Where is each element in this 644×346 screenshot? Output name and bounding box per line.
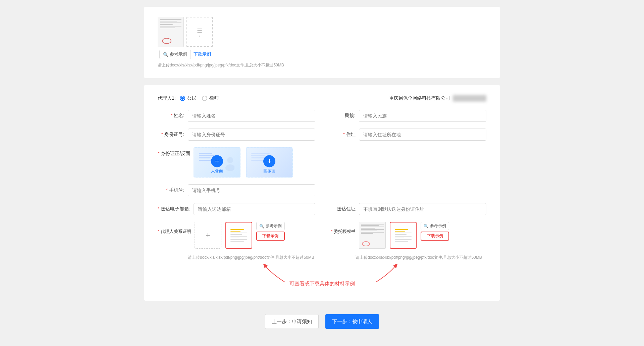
relation-proof-buttons: 🔍 参考示例 下载示例 [256, 222, 285, 241]
radio-citizen-label: 公民 [187, 95, 197, 101]
id-back-upload[interactable]: + 国徽面 [246, 147, 293, 178]
authorization-preview-inner [392, 224, 415, 247]
email-label: 送达电子邮箱: [158, 206, 190, 212]
auth-line-3 [395, 233, 412, 233]
right-arrow [362, 264, 402, 284]
id-card-upload-row: 身份证正/反面 [158, 147, 486, 178]
name-label: 姓名: [158, 113, 184, 119]
line-1 [230, 229, 244, 230]
auth-line-7 [395, 239, 412, 240]
auth-line-6 [395, 238, 404, 238]
id-number-label: 身份证号: [158, 132, 184, 138]
upload-hint-top: 请上传docx/xls/xlsx/pdf/png/jpg/jpeg/pfx/do… [158, 62, 486, 68]
auth-line-8 [395, 241, 408, 242]
id-front-plus[interactable]: + [211, 155, 223, 167]
auth-line-4 [395, 234, 407, 235]
relation-proof-content: + [195, 222, 285, 249]
line-4 [230, 234, 242, 235]
authorization-preview [390, 222, 417, 249]
auth-line-5 [395, 236, 412, 237]
doc-upload-row: 代理人关系证明 + [158, 222, 486, 249]
email-field: 送达电子邮箱: [158, 203, 315, 215]
relation-proof-hint: 请上传docx/xls/xlsx/pdf/png/jpg/jpeg/pfx/do… [188, 255, 314, 260]
email-delivery-row: 送达电子邮箱: 送达住址 [158, 203, 486, 215]
delivery-address-input[interactable] [359, 203, 486, 215]
authorization-ref-btn[interactable]: 🔍 参考示例 [421, 222, 449, 230]
search-icon: 🔍 [163, 52, 168, 57]
authorization-existing-thumb [359, 222, 386, 249]
radio-lawyer[interactable]: 律师 [202, 95, 219, 101]
address-label: 住址 [329, 132, 356, 138]
prev-button[interactable]: 上一步：申请须知 [265, 314, 319, 329]
id-card-label: 身份证正/反面 [158, 147, 190, 157]
relation-proof-preview-inner [227, 224, 250, 247]
id-back-label: 国徽面 [263, 168, 275, 174]
radio-lawyer-label: 律师 [209, 95, 219, 101]
email-input[interactable] [194, 203, 315, 215]
top-upload-section: ☰ 🔍 参考示例 下载示例 [158, 17, 486, 59]
line-5 [230, 236, 247, 237]
ref-example-btn-top[interactable]: 🔍 参考示例 [159, 50, 191, 59]
id-number-field: 身份证号: [158, 129, 315, 141]
company-name-blur [453, 95, 486, 102]
name-input[interactable] [188, 110, 315, 122]
relation-proof-dl-btn[interactable]: 下载示例 [256, 232, 285, 241]
doc-preview-thumb-1 [158, 17, 184, 47]
authorization-lines [395, 229, 412, 242]
radio-group: 公民 律师 [180, 95, 219, 101]
phone-row: 手机号: [158, 184, 486, 196]
line-3 [230, 233, 247, 233]
ethnicity-label: 民族: [329, 113, 356, 119]
annotation-area: 可查看或下载具体的材料示例 [158, 264, 486, 291]
authorization-content: 🔍 参考示例 下载示例 [359, 222, 449, 249]
relation-hint-area: 请上传docx/xls/xlsx/pdf/png/jpg/jpeg/pfx/do… [158, 252, 315, 260]
ethnicity-input[interactable] [359, 110, 486, 122]
line-6 [230, 238, 240, 238]
next-button[interactable]: 下一步：被申请人 [325, 314, 379, 329]
svg-point-0 [227, 157, 233, 163]
phone-label: 手机号: [158, 187, 184, 193]
relation-proof-label: 代理人关系证明 [158, 229, 191, 235]
id-upload-boxes: + 人像面 + 国徽面 [194, 147, 293, 178]
agent-header: 代理人1: 公民 律师 重庆易保全网络科技有限公司 [158, 95, 486, 102]
relation-proof-preview [225, 222, 252, 249]
authorization-dl-btn[interactable]: 下载示例 [421, 232, 449, 241]
phone-field: 手机号: [158, 184, 315, 196]
annotation-text: 可查看或下载具体的材料示例 [158, 281, 486, 287]
download-example-btn-top[interactable]: 下载示例 [194, 50, 211, 59]
left-arrow [258, 264, 299, 284]
search-icon-small-1: 🔍 [259, 224, 264, 229]
id-number-input[interactable] [188, 129, 315, 141]
bottom-buttons: 上一步：申请须知 下一步：被申请人 [0, 307, 644, 336]
main-form-card: 代理人1: 公民 律师 重庆易保全网络科技有限公司 [144, 85, 500, 301]
address-input[interactable] [359, 129, 486, 141]
id-front-upload[interactable]: + 人像面 [194, 147, 240, 178]
relation-proof-add[interactable]: + [195, 222, 221, 249]
relation-proof-lines [230, 229, 247, 242]
line-2 [230, 231, 240, 232]
doc-preview-thumb-2: ☰ [186, 17, 213, 47]
company-name-area: 重庆易保全网络科技有限公司 [389, 95, 486, 102]
relation-proof-ref-btn[interactable]: 🔍 参考示例 [256, 222, 285, 230]
agent-label-area: 代理人1: 公民 律师 [158, 95, 219, 101]
radio-citizen-circle[interactable] [180, 96, 185, 101]
phone-input[interactable] [188, 184, 315, 196]
relation-proof-section: 代理人关系证明 + [158, 222, 315, 249]
auth-line-1 [395, 229, 408, 230]
line-7 [230, 239, 247, 240]
id-back-placeholder: + 国徽面 [249, 150, 289, 175]
id-front-placeholder: + 人像面 [197, 150, 237, 175]
line-8 [230, 241, 244, 242]
agent-label-text: 代理人1: [158, 95, 176, 101]
authorization-hint-area: 请上传docx/xls/xlsx/pdf/png/jpg/jpeg/pfx/do… [329, 252, 486, 260]
radio-lawyer-circle[interactable] [202, 96, 207, 101]
auth-line-2 [395, 231, 405, 232]
radio-citizen[interactable]: 公民 [180, 95, 197, 101]
id-back-plus[interactable]: + [263, 155, 275, 167]
name-field: 姓名: [158, 110, 315, 122]
id-address-row: 身份证号: 住址 [158, 129, 486, 141]
address-field: 住址 [329, 129, 486, 141]
search-icon-small-2: 🔍 [424, 224, 429, 229]
person-icon [223, 156, 234, 171]
svg-point-1 [225, 164, 234, 171]
